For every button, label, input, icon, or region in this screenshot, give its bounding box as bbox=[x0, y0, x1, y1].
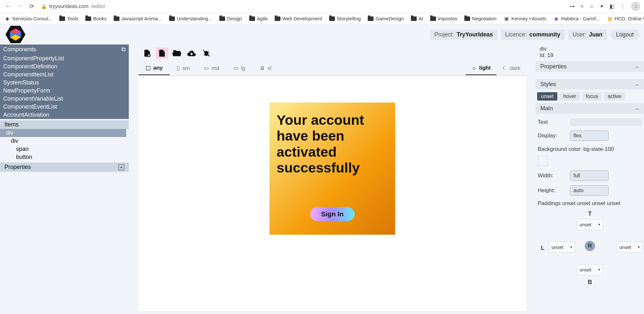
component-item[interactable]: ComponentVariableList bbox=[0, 95, 129, 103]
text-prop-label: Text bbox=[538, 119, 564, 125]
tree-item[interactable]: div bbox=[0, 137, 126, 145]
pad-top-select[interactable]: unset▾ bbox=[577, 219, 603, 230]
pad-left-select[interactable]: unset▾ bbox=[549, 241, 575, 253]
left-properties-header[interactable]: Properties + bbox=[0, 162, 129, 172]
extensions-icon[interactable]: ✦ bbox=[600, 3, 604, 9]
bookmark-icon: ▣ bbox=[504, 16, 509, 22]
logout-button[interactable]: Logout bbox=[610, 29, 639, 40]
cloud-download-icon[interactable] bbox=[185, 48, 198, 59]
add-property-icon[interactable]: + bbox=[118, 164, 124, 170]
state-tab-hover[interactable]: hover bbox=[559, 92, 580, 101]
key-icon[interactable]: ⊶ bbox=[570, 3, 575, 9]
bookmark-item[interactable]: AI bbox=[411, 16, 423, 21]
bookmark-label: Books bbox=[93, 16, 107, 21]
bookmark-item[interactable]: Storytelling bbox=[329, 16, 361, 21]
user-chip: User: Juan bbox=[568, 29, 607, 40]
bookmark-item[interactable]: ▦HCD, Online Whi... bbox=[607, 16, 644, 22]
state-tab-focus[interactable]: focus bbox=[582, 92, 602, 101]
url-path: /editor bbox=[91, 4, 105, 9]
state-tab-active[interactable]: active bbox=[604, 92, 625, 101]
bookmark-label: Habitica - Gamif... bbox=[561, 16, 600, 21]
sign-in-button[interactable]: Sign In bbox=[310, 207, 355, 221]
height-prop-input[interactable]: auto bbox=[570, 185, 609, 196]
breakpoint-tab-lg[interactable]: ▭lg bbox=[226, 62, 252, 75]
bookmark-item[interactable]: ▣Kenney • Assets bbox=[504, 16, 546, 22]
state-tab-unset[interactable]: unset bbox=[537, 92, 557, 101]
project-chip: Project: TryYourIdeas bbox=[430, 29, 497, 40]
component-item[interactable]: AccountActivation bbox=[0, 111, 129, 119]
bookmark-label: Understanding... bbox=[177, 16, 212, 21]
bookmark-label: Kenney • Assets bbox=[511, 16, 546, 21]
bookmark-item[interactable]: GameDesign bbox=[368, 16, 404, 21]
folder-icon bbox=[169, 16, 175, 21]
display-prop-input[interactable]: flex bbox=[570, 131, 609, 141]
pad-right-select[interactable]: unset▾ bbox=[616, 241, 643, 253]
breakpoint-label: sm bbox=[182, 65, 190, 72]
theme-tab-light[interactable]: ☼light bbox=[466, 62, 496, 75]
text-prop-input[interactable] bbox=[570, 118, 642, 126]
bug-off-icon[interactable] bbox=[200, 48, 213, 59]
display-prop-label: Display: bbox=[538, 132, 564, 139]
folder-icon bbox=[411, 16, 417, 21]
open-folder-icon[interactable] bbox=[171, 48, 183, 59]
device-icon: ▯ bbox=[177, 65, 180, 72]
add-component-icon[interactable]: ⧉ bbox=[121, 46, 126, 53]
component-item[interactable]: ComponentEventList bbox=[0, 103, 129, 111]
forward-button[interactable]: → bbox=[15, 2, 24, 11]
component-item[interactable]: NewPropertyForm bbox=[0, 87, 129, 95]
profile-avatar[interactable]: J bbox=[631, 2, 640, 11]
panel-icon[interactable]: ◧ bbox=[610, 3, 614, 9]
bookmark-item[interactable]: Agile bbox=[249, 16, 268, 21]
tree-item[interactable]: button bbox=[0, 153, 126, 161]
bookmark-label: Negotiation bbox=[472, 16, 497, 21]
width-prop-input[interactable]: full bbox=[570, 171, 609, 181]
height-prop-label: Height: bbox=[538, 187, 564, 194]
breakpoint-label: lg bbox=[241, 65, 245, 72]
bookmark-item[interactable]: Tools bbox=[59, 16, 78, 21]
component-item[interactable]: ComponentDefinition bbox=[0, 63, 129, 71]
bg-color-swatch[interactable] bbox=[538, 156, 548, 166]
component-item[interactable]: ComponentPropertyList bbox=[0, 54, 129, 63]
pad-bottom-select[interactable]: unset▾ bbox=[577, 264, 603, 275]
breakpoint-tab-md[interactable]: ▭md bbox=[197, 62, 226, 75]
breakpoint-tab-sm[interactable]: ▯sm bbox=[170, 62, 197, 75]
address-bar[interactable]: 🔒 tryyourideas.com/editor bbox=[41, 4, 105, 9]
tree-item[interactable]: div bbox=[0, 129, 126, 137]
menu-icon[interactable]: ⋮ bbox=[620, 3, 625, 9]
main-style-header[interactable]: Main ︿ bbox=[536, 103, 644, 114]
app-logo[interactable] bbox=[5, 25, 26, 44]
share-icon[interactable]: < bbox=[581, 4, 583, 9]
bookmark-item[interactable]: impostos bbox=[430, 16, 457, 21]
browser-toolbar: ← → ⟳ 🔒 tryyourideas.com/editor ⊶ < ☆ ✦ … bbox=[0, 0, 644, 13]
breakpoint-tab-any[interactable]: ⬚any bbox=[138, 61, 170, 75]
star-icon[interactable]: ☆ bbox=[589, 3, 594, 9]
canvas[interactable]: Your account have been activated success… bbox=[138, 77, 526, 311]
right-styles-header[interactable]: Styles ︿ bbox=[536, 79, 644, 90]
bookmark-item[interactable]: ◆Servicios Consul... bbox=[5, 16, 52, 22]
chevron-up-icon: ︿ bbox=[635, 64, 639, 70]
bookmark-label: GameDesign bbox=[375, 16, 404, 21]
breakpoint-tab-xl[interactable]: 🖥xl bbox=[252, 62, 279, 75]
bookmark-item[interactable]: Web Development bbox=[275, 16, 322, 21]
edit-file-icon[interactable] bbox=[156, 48, 168, 59]
bookmark-item[interactable]: Negotiation bbox=[464, 16, 497, 21]
bookmark-item[interactable]: ◉Habitica - Gamif... bbox=[554, 16, 600, 22]
reload-button[interactable]: ⟳ bbox=[27, 2, 36, 11]
back-button[interactable]: ← bbox=[4, 2, 13, 11]
right-properties-header[interactable]: Properties ︿ bbox=[536, 61, 644, 72]
component-item[interactable]: ComponentItemList bbox=[0, 71, 129, 79]
tree-item[interactable]: span bbox=[0, 145, 126, 153]
theme-tab-dark[interactable]: ☾dark bbox=[497, 62, 526, 75]
licence-value: community bbox=[529, 31, 560, 38]
bookmark-item[interactable]: Design bbox=[219, 16, 242, 21]
pad-center-badge[interactable]: R bbox=[585, 241, 595, 251]
bookmark-item[interactable]: Javascript Anima... bbox=[114, 16, 162, 21]
bookmark-item[interactable]: Books bbox=[85, 16, 107, 21]
component-item[interactable]: SystemStatus bbox=[0, 79, 129, 87]
bookmark-item[interactable]: Understanding... bbox=[169, 16, 212, 21]
breakpoint-label: md bbox=[212, 65, 219, 72]
main-style-title: Main bbox=[540, 105, 553, 112]
components-header[interactable]: Components ⧉ bbox=[0, 44, 129, 54]
new-file-icon[interactable] bbox=[141, 48, 153, 59]
items-header[interactable]: Items bbox=[0, 120, 129, 129]
